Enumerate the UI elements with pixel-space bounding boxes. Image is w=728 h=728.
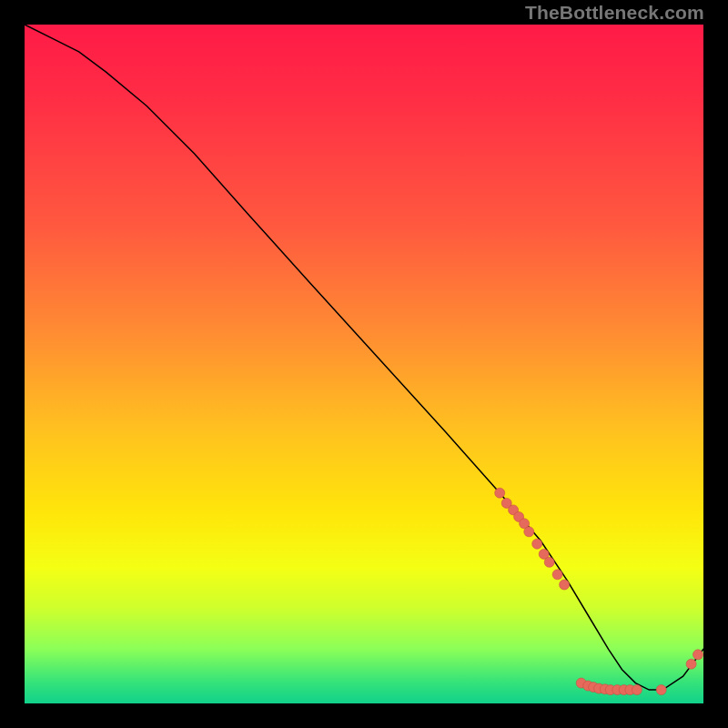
data-marker: [544, 557, 554, 567]
data-marker: [656, 685, 666, 695]
data-marker: [560, 580, 570, 590]
data-marker: [532, 539, 542, 549]
bottleneck-curve: [25, 25, 703, 690]
data-marker: [552, 570, 562, 580]
data-marker: [524, 527, 534, 537]
data-marker: [632, 685, 642, 695]
marker-group: [495, 488, 703, 694]
data-marker: [495, 488, 505, 498]
chart-overlay: [25, 25, 703, 703]
chart-frame: TheBottleneck.com: [0, 0, 728, 728]
data-marker: [686, 659, 696, 669]
attribution-text: TheBottleneck.com: [525, 2, 704, 24]
data-marker: [693, 650, 703, 660]
